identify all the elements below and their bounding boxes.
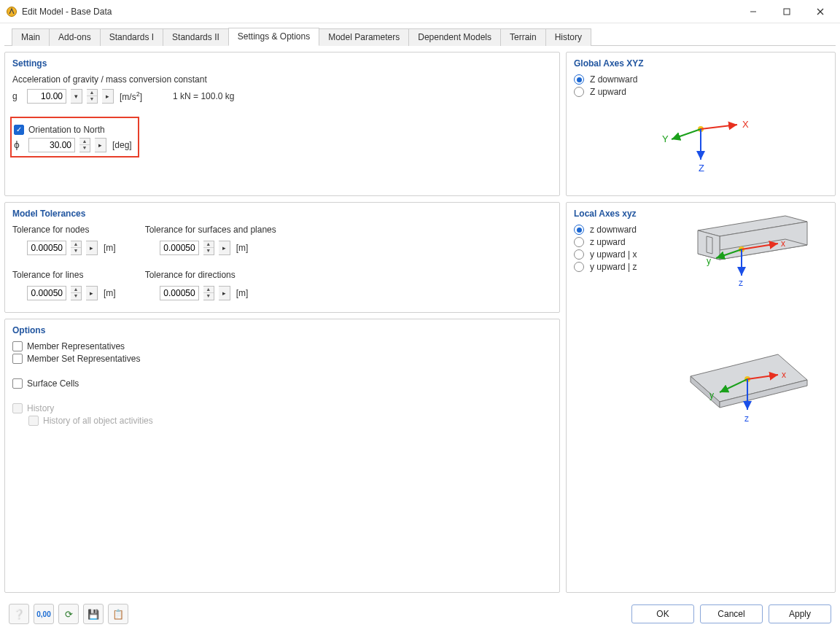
svg-text:z: z bbox=[744, 413, 749, 424]
phi-value[interactable] bbox=[29, 140, 74, 150]
picker-icon[interactable]: ▸ bbox=[219, 286, 230, 300]
gravity-spin-up[interactable]: ▲ bbox=[87, 90, 97, 96]
svg-text:x: x bbox=[781, 238, 785, 249]
global-z-down-radio[interactable] bbox=[574, 74, 584, 85]
units-button[interactable]: 0,00 bbox=[34, 604, 54, 624]
gravity-spin-down[interactable]: ▼ bbox=[87, 96, 97, 103]
global-z-up-label: Z upward bbox=[590, 87, 626, 97]
ok-button[interactable]: OK bbox=[631, 604, 694, 623]
svg-rect-2 bbox=[784, 9, 790, 15]
gravity-picker[interactable]: ▸ bbox=[102, 89, 114, 104]
tab-terrain[interactable]: Terrain bbox=[500, 28, 546, 46]
phi-input[interactable] bbox=[28, 138, 75, 152]
local-z-up-radio[interactable] bbox=[574, 237, 584, 247]
svg-text:y: y bbox=[707, 256, 711, 266]
conversion-note: 1 kN = 100.0 kg bbox=[173, 91, 234, 101]
tab-history[interactable]: History bbox=[545, 28, 591, 46]
help-button[interactable]: ❔ bbox=[9, 604, 29, 624]
svg-text:Y: Y bbox=[662, 133, 669, 144]
g-symbol: g bbox=[12, 91, 23, 101]
local-yup-x-radio[interactable] bbox=[574, 249, 584, 260]
units-icon: 0,00 bbox=[36, 610, 50, 618]
spin-down-icon[interactable]: ▼ bbox=[203, 248, 214, 254]
tab-addons[interactable]: Add-ons bbox=[49, 28, 101, 46]
refresh-button[interactable]: ⟳ bbox=[58, 604, 79, 624]
svg-text:Z: Z bbox=[699, 163, 704, 174]
tol-surfaces-input[interactable] bbox=[160, 241, 199, 255]
tol-nodes-input[interactable] bbox=[27, 241, 66, 255]
global-z-up-radio[interactable] bbox=[574, 87, 584, 97]
tab-main[interactable]: Main bbox=[12, 28, 50, 46]
help-icon: ❔ bbox=[13, 609, 25, 620]
orientation-checkbox[interactable] bbox=[14, 125, 24, 135]
opt-member-reps-label: Member Representatives bbox=[27, 341, 125, 351]
settings-title: Settings bbox=[12, 58, 552, 69]
tab-model-parameters[interactable]: Model Parameters bbox=[319, 28, 409, 46]
opt-member-set-reps-checkbox[interactable] bbox=[12, 354, 23, 364]
phi-spin-up[interactable]: ▲ bbox=[79, 139, 90, 145]
picker-icon[interactable]: ▸ bbox=[86, 241, 98, 255]
spin-up-icon[interactable]: ▲ bbox=[71, 241, 81, 248]
spin-down-icon[interactable]: ▼ bbox=[71, 248, 81, 254]
cancel-button[interactable]: Cancel bbox=[700, 604, 763, 623]
spin-down-icon[interactable]: ▼ bbox=[203, 293, 214, 300]
picker-icon[interactable]: ▸ bbox=[219, 241, 230, 255]
minimize-button[interactable] bbox=[736, 1, 770, 23]
titlebar: Edit Model - Base Data bbox=[0, 0, 840, 23]
gravity-dropdown[interactable]: ▾ bbox=[71, 89, 82, 104]
spin-up-icon[interactable]: ▲ bbox=[71, 287, 81, 293]
tolerances-title: Model Tolerances bbox=[12, 209, 552, 219]
tolerances-panel: Model Tolerances Tolerance for nodes ▲▼ … bbox=[4, 202, 560, 313]
tol-directions-input[interactable] bbox=[160, 286, 199, 300]
phi-symbol: ϕ bbox=[14, 140, 24, 150]
spin-up-icon[interactable]: ▲ bbox=[203, 241, 214, 248]
options-panel: Options Member Representatives Member Se… bbox=[4, 319, 560, 593]
gravity-label: Acceleration of gravity / mass conversio… bbox=[12, 74, 552, 85]
spin-down-icon[interactable]: ▼ bbox=[71, 293, 81, 300]
svg-line-8 bbox=[672, 129, 701, 139]
global-axes-diagram: X Y Z bbox=[646, 109, 755, 182]
orientation-label: Orientation to North bbox=[28, 125, 105, 135]
opt-history-checkbox bbox=[12, 403, 23, 413]
tab-bar: Main Add-ons Standards I Standards II Se… bbox=[4, 28, 836, 46]
local-yup-z-radio[interactable] bbox=[574, 262, 584, 272]
apply-button[interactable]: Apply bbox=[769, 604, 831, 623]
local-axes-plate-diagram: x y z bbox=[661, 340, 822, 449]
save-default-button[interactable]: 💾 bbox=[83, 604, 104, 624]
tab-standards2[interactable]: Standards II bbox=[163, 28, 229, 46]
tab-standards1[interactable]: Standards I bbox=[100, 28, 163, 46]
spin-up-icon[interactable]: ▲ bbox=[203, 287, 214, 293]
gravity-unit: [m/s2] bbox=[120, 90, 142, 102]
global-z-down-label: Z downward bbox=[590, 74, 637, 85]
tab-settings-options[interactable]: Settings & Options bbox=[228, 28, 319, 46]
gravity-value[interactable] bbox=[28, 91, 66, 101]
maximize-button[interactable] bbox=[770, 1, 804, 23]
tol-lines-label: Tolerance for lines bbox=[12, 270, 116, 280]
phi-unit: [deg] bbox=[112, 140, 132, 150]
local-axes-beam-diagram: x y z bbox=[676, 209, 822, 296]
picker-icon[interactable]: ▸ bbox=[86, 286, 98, 300]
svg-text:x: x bbox=[782, 370, 786, 380]
svg-line-6 bbox=[701, 125, 737, 129]
app-icon bbox=[6, 6, 18, 18]
local-z-down-radio[interactable] bbox=[574, 225, 584, 235]
close-button[interactable] bbox=[804, 1, 837, 23]
svg-text:y: y bbox=[709, 390, 714, 400]
local-yup-z-label: y upward | z bbox=[590, 262, 637, 272]
local-z-up-label: z upward bbox=[590, 237, 626, 247]
copy-button[interactable]: 📋 bbox=[108, 604, 128, 624]
settings-panel: Settings Acceleration of gravity / mass … bbox=[4, 52, 560, 196]
local-axes-panel: Local Axes xyz z downward z upward y upw… bbox=[566, 202, 836, 593]
tab-dependent-models[interactable]: Dependent Models bbox=[408, 28, 501, 46]
local-z-down-label: z downward bbox=[590, 225, 637, 235]
tol-lines-input[interactable] bbox=[27, 286, 66, 300]
phi-spin-down[interactable]: ▼ bbox=[79, 145, 90, 152]
phi-picker[interactable]: ▸ bbox=[95, 138, 106, 152]
copy-icon: 📋 bbox=[112, 609, 124, 620]
gravity-input[interactable] bbox=[27, 89, 66, 104]
save-icon: 💾 bbox=[88, 609, 99, 620]
opt-surface-cells-checkbox[interactable] bbox=[12, 378, 23, 389]
orientation-highlight: Orientation to North ϕ ▲ ▼ ▸ [deg] bbox=[10, 117, 139, 158]
svg-text:z: z bbox=[739, 278, 743, 288]
opt-member-reps-checkbox[interactable] bbox=[12, 341, 23, 351]
